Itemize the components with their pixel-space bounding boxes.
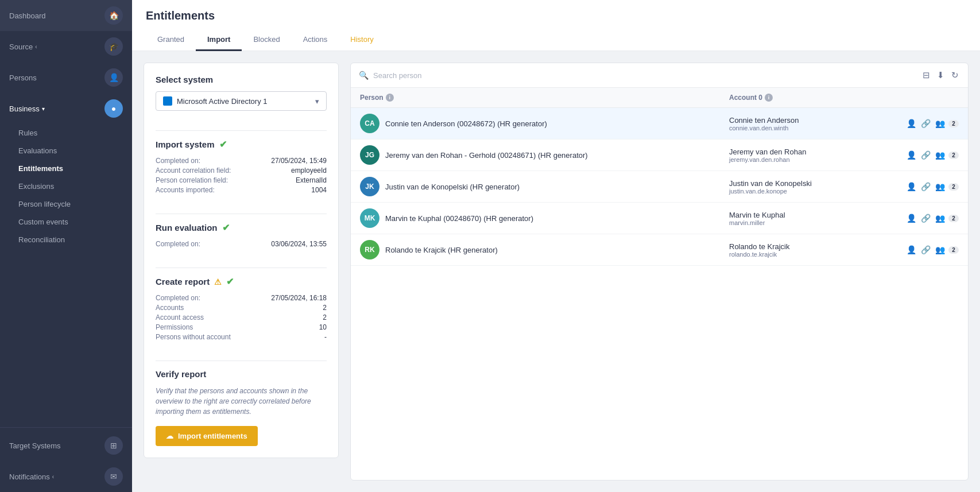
person-row[interactable]: MK Marvin te Kuphal (00248670) (HR gener… — [351, 203, 968, 234]
account-actions: 👤 🔗 👥 2 — [905, 181, 959, 192]
sidebar-item-exclusions[interactable]: Exclusions — [0, 177, 132, 195]
report-accounts: Accounts 2 — [156, 304, 327, 312]
dashboard-icon: 🏠 — [104, 6, 123, 25]
group-action-icon[interactable]: 👥 — [934, 181, 946, 192]
report-persons-without: Persons without account - — [156, 333, 327, 341]
group-action-icon[interactable]: 👥 — [934, 212, 946, 224]
account-cell: Marvin te Kuphal marvin.miller 👤 🔗 👥 2 — [729, 211, 959, 226]
group-action-icon[interactable]: 👥 — [934, 149, 946, 161]
account-info-icon[interactable]: i — [765, 94, 773, 102]
person-action-icon[interactable]: 👤 — [905, 149, 917, 161]
eval-check-icon: ✔ — [222, 222, 230, 233]
account-email: justin.van.de.konope — [729, 188, 812, 195]
link-action-icon[interactable]: 🔗 — [920, 181, 932, 192]
info-account-corr: Account correlation field: employeeId — [156, 166, 327, 175]
account-name: Marvin te Kuphal — [729, 211, 785, 219]
notifications-icon: ✉ — [104, 467, 123, 486]
tab-granted[interactable]: Granted — [146, 29, 196, 51]
verify-report-description: Verify that the persons and accounts sho… — [156, 386, 327, 417]
sidebar-item-evaluations[interactable]: Evaluations — [0, 142, 132, 160]
link-action-icon[interactable]: 🔗 — [920, 149, 932, 161]
create-report-title: Create report ⚠ ✔ — [156, 276, 327, 287]
account-email: rolando.te.krajcik — [729, 251, 790, 258]
sidebar-item-rules[interactable]: Rules — [0, 124, 132, 142]
sidebar-item-entitlements[interactable]: Entitlements — [0, 160, 132, 177]
person-action-icon[interactable]: 👤 — [905, 244, 917, 255]
tab-import[interactable]: Import — [196, 29, 242, 51]
account-name: Rolando te Krajcik — [729, 242, 790, 251]
table-header: Person i Account 0 i — [351, 88, 968, 108]
account-badge: 2 — [948, 246, 959, 254]
account-cell: Jeremy van den Rohan jeremy.van.den.roha… — [729, 148, 959, 163]
link-action-icon[interactable]: 🔗 — [920, 244, 932, 255]
account-badge: 2 — [948, 215, 959, 222]
tab-actions[interactable]: Actions — [292, 29, 339, 51]
sidebar-item-notifications[interactable]: Notifications ‹ ✉ — [0, 461, 132, 492]
search-icon: 🔍 — [359, 71, 369, 80]
person-name: Jeremy van den Rohan - Gerhold (00248671… — [385, 151, 588, 160]
group-action-icon[interactable]: 👥 — [934, 118, 946, 129]
avatar: RK — [360, 240, 379, 259]
content-area: Select system Microsoft Active Directory… — [132, 51, 980, 492]
person-cell: JK Justin van de Konopelski (HR generato… — [360, 177, 729, 196]
sidebar-item-business[interactable]: Business ▾ ● — [0, 93, 132, 124]
dashboard-label: Dashboard — [9, 11, 46, 20]
person-name: Marvin te Kuphal (00248670) (HR generato… — [385, 214, 533, 223]
import-check-icon: ✔ — [219, 139, 227, 150]
verify-report-section: Verify report Verify that the persons an… — [156, 369, 327, 446]
system-dropdown[interactable]: Microsoft Active Directory 1 ▾ — [156, 91, 327, 111]
tab-blocked[interactable]: Blocked — [242, 29, 291, 51]
download-icon[interactable]: ⬇ — [936, 69, 946, 82]
run-evaluation-info: Completed on: 03/06/2024, 13:55 — [156, 240, 327, 248]
report-account-access: Account access 2 — [156, 313, 327, 321]
report-permissions: Permissions 10 — [156, 323, 327, 331]
select-system-title: Select system — [156, 75, 327, 84]
source-label: Source — [9, 42, 33, 51]
account-cell: Connie ten Anderson connie.van.den.winth… — [729, 116, 959, 131]
chevron-down-icon: ▾ — [315, 97, 319, 106]
import-entitlements-button[interactable]: ☁ Import entitlements — [156, 426, 258, 446]
person-action-icon[interactable]: 👤 — [905, 181, 917, 192]
select-system-section: Select system Microsoft Active Directory… — [156, 75, 327, 111]
business-icon: ● — [104, 99, 123, 118]
left-panel: Select system Microsoft Active Directory… — [144, 63, 339, 458]
sidebar-item-source[interactable]: Source ‹ 🎓 — [0, 31, 132, 62]
account-info: Marvin te Kuphal marvin.miller — [729, 211, 785, 226]
refresh-icon[interactable]: ↻ — [950, 69, 960, 82]
person-action-icon[interactable]: 👤 — [905, 118, 917, 129]
account-actions: 👤 🔗 👥 2 — [905, 149, 959, 161]
sidebar-item-dashboard[interactable]: Dashboard 🏠 — [0, 0, 132, 31]
link-action-icon[interactable]: 🔗 — [920, 118, 932, 129]
person-action-icon[interactable]: 👤 — [905, 212, 917, 224]
link-action-icon[interactable]: 🔗 — [920, 212, 932, 224]
sidebar-item-person-lifecycle[interactable]: Person lifecycle — [0, 195, 132, 213]
search-actions: ⊟ ⬇ ↻ — [921, 69, 960, 82]
tab-history[interactable]: History — [339, 29, 385, 51]
sidebar-item-custom-events[interactable]: Custom events — [0, 213, 132, 231]
info-person-corr: Person correlation field: ExternalId — [156, 176, 327, 184]
person-row[interactable]: JG Jeremy van den Rohan - Gerhold (00248… — [351, 140, 968, 171]
account-actions: 👤 🔗 👥 2 — [905, 244, 959, 255]
info-completed-on: Completed on: 27/05/2024, 15:49 — [156, 157, 327, 165]
import-system-title: Import system ✔ — [156, 139, 327, 150]
report-check-icon: ✔ — [226, 276, 234, 287]
page-header: Entitlements Granted Import Blocked Acti… — [132, 0, 980, 51]
person-name: Justin van de Konopelski (HR generator) — [385, 183, 520, 191]
search-input[interactable] — [373, 71, 917, 80]
group-action-icon[interactable]: 👥 — [934, 244, 946, 255]
account-email: marvin.miller — [729, 219, 785, 226]
person-row[interactable]: JK Justin van de Konopelski (HR generato… — [351, 171, 968, 203]
person-info-icon[interactable]: i — [386, 94, 394, 102]
search-bar: 🔍 ⊟ ⬇ ↻ — [351, 63, 968, 88]
filter-icon[interactable]: ⊟ — [921, 69, 931, 82]
person-row[interactable]: CA Connie ten Anderson (00248672) (HR ge… — [351, 108, 968, 140]
page-title: Entitlements — [146, 9, 966, 22]
person-row[interactable]: RK Rolando te Krajcik (HR generator) Rol… — [351, 234, 968, 266]
persons-icon: 👤 — [104, 68, 123, 87]
account-email: jeremy.van.den.rohan — [729, 156, 806, 163]
account-cell: Justin van de Konopelski justin.van.de.k… — [729, 179, 959, 195]
sidebar-item-target-systems[interactable]: Target Systems ⊞ — [0, 430, 132, 461]
create-report-info: Completed on: 27/05/2024, 16:18 Accounts… — [156, 294, 327, 341]
sidebar-item-persons[interactable]: Persons 👤 — [0, 62, 132, 93]
sidebar-item-reconciliation[interactable]: Reconciliation — [0, 231, 132, 249]
